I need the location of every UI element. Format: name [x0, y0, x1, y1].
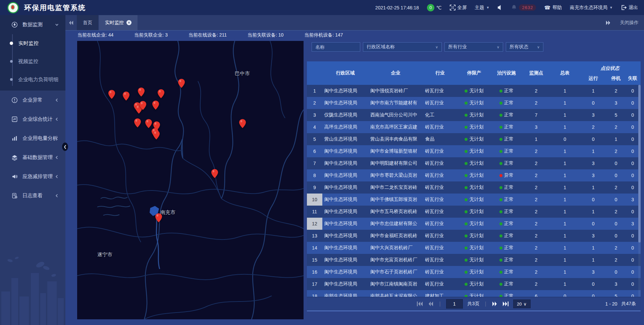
status-filter-select[interactable]: 所有状态 ∨: [506, 42, 543, 52]
table-scrollbar[interactable]: [638, 85, 641, 297]
region-filter-select[interactable]: 行政区域名称 ∨: [363, 42, 442, 52]
table-row[interactable]: 4高坪生态环境局南充市高坪区王家店建砖瓦行业无计划正常31220: [307, 121, 641, 133]
map-city-label: 遂宁市: [97, 252, 112, 258]
sidebar-subitem-0-2[interactable]: 企业电力负荷明细: [0, 70, 65, 89]
table-row[interactable]: 18南部生态环境局南部县砖瓦水泥有限公建材加工无计划正常60050: [307, 290, 641, 297]
map-marker-14[interactable]: [239, 119, 246, 128]
sidebar-item-label: 日志查看: [22, 193, 43, 199]
cell-run-count: 1: [579, 206, 607, 218]
sidebar-item-1[interactable]: 企业异常: [0, 91, 65, 110]
table-row[interactable]: 2阆中生态环境局阆中市南方节能建材有砖瓦行业无计划正常21030: [307, 97, 641, 109]
theme-button[interactable]: 主题 ▼: [475, 5, 490, 11]
map-marker-13[interactable]: [153, 130, 160, 140]
table-row[interactable]: 17阆中生态环境局阆中市江南镇阆南页岩砖瓦行业无计划正常21030: [307, 278, 641, 290]
cell-total-count: 1: [550, 85, 579, 97]
table-row[interactable]: 9阆中生态环境局阆中市二龙长宝页岩砖砖瓦行业无计划正常21120: [307, 181, 641, 194]
map-marker-15[interactable]: [211, 169, 218, 178]
close-operations-button[interactable]: 关闭操作: [620, 20, 639, 26]
name-filter-input[interactable]: [312, 42, 360, 52]
sidebar-item-label: 企业综合统计: [22, 116, 53, 122]
status-dot-icon: [465, 210, 468, 213]
stop-status-text: 无计划: [469, 160, 483, 166]
sidebar-item-2[interactable]: 企业综合统计: [0, 110, 65, 129]
logout-button[interactable]: 退出: [621, 5, 638, 11]
sidebar-item-6[interactable]: 日志查看: [0, 186, 65, 205]
status-dot-icon: [499, 259, 502, 262]
filter-bar: 行政区域名称 ∨ 所有行业 ∨ 所有状态 ∨: [312, 42, 543, 52]
chevron-left-icon: [55, 98, 59, 102]
prev-page-button[interactable]: [428, 302, 434, 306]
table-row[interactable]: 12阆中生态环境局阆中市忠信建材有限公砖瓦行业无计划正常21003: [307, 218, 641, 230]
org-menu[interactable]: 南充市生态环境局 ▼: [570, 5, 613, 11]
map-marker-3[interactable]: [158, 89, 164, 98]
tab-realtime-monitor[interactable]: 实时监控 ✕: [99, 15, 138, 30]
table-row[interactable]: 7阆中生态环境局阆中明阳建材有限公司砖瓦行业无计划正常21300: [307, 157, 641, 169]
double-chevron-right-icon[interactable]: [605, 20, 610, 25]
next-page-button[interactable]: [492, 302, 498, 306]
sidebar-item-3[interactable]: 企业用电量分析: [0, 129, 65, 148]
mute-button[interactable]: [497, 5, 503, 10]
map-marker-8[interactable]: [152, 101, 159, 110]
help-label: 帮助: [552, 5, 562, 11]
table-row[interactable]: 13阆中生态环境局阆中市金福旺页岩机砖砖瓦行业无计划正常21300: [307, 230, 641, 242]
cell-index: 2: [307, 97, 322, 109]
help-button[interactable]: ☎ 帮助: [544, 5, 562, 11]
sidebar-subitem-0-1[interactable]: 视频监控: [0, 52, 65, 70]
notifications-button[interactable]: 2632: [511, 4, 536, 11]
cell-total-count: 1: [550, 109, 579, 121]
fullscreen-button[interactable]: 全屏: [450, 5, 467, 11]
app-logo-icon: [7, 2, 19, 13]
layers-icon: [11, 154, 18, 161]
last-page-button[interactable]: [502, 302, 508, 306]
stat-value: 10: [278, 32, 284, 38]
table-row[interactable]: 15阆中生态环境局阆中市光富页岩机砖厂砖瓦行业无计划正常21120: [307, 254, 641, 266]
status-dot-icon: [499, 186, 502, 189]
cell-monitor-count: 7: [522, 109, 551, 121]
cell-index: 18: [307, 290, 322, 297]
cell-run-count: 3: [579, 169, 607, 181]
map-marker-2[interactable]: [138, 88, 145, 97]
page-size-select[interactable]: 20 ∨: [513, 300, 531, 308]
map-marker-9[interactable]: [134, 118, 141, 127]
table-row[interactable]: 5营山生态环境局营山县润丰肉食品有限食品无计划正常10010: [307, 133, 641, 145]
chevron-left-icon: [55, 194, 59, 198]
total-pages-label: 共3页: [468, 301, 480, 307]
table-row[interactable]: 14阆中生态环境局阆中大兴页岩机砖厂砖瓦行业无计划正常21120: [307, 242, 641, 254]
tab-home[interactable]: 首页: [77, 15, 98, 30]
sidebar-item-label: 数据监测: [22, 21, 43, 28]
map-marker-4[interactable]: [178, 79, 185, 88]
map-marker-0[interactable]: [108, 90, 115, 99]
cell-total-count: 1: [550, 181, 579, 194]
industry-filter-select[interactable]: 所有行业 ∨: [444, 42, 503, 52]
sidebar-subitem-0-0[interactable]: 实时监控: [0, 34, 65, 52]
cell-company: 阆中市石子页岩机砖厂: [368, 266, 423, 278]
stop-status-text: 无计划: [469, 233, 483, 239]
stop-status-text: 无计划: [469, 112, 483, 118]
sidebar-item-0[interactable]: 数据监测: [0, 15, 65, 34]
table-row[interactable]: 16阆中生态环境局阆中市石子页岩机砖厂砖瓦行业无计划正常21300: [307, 266, 641, 278]
sidebar-item-5[interactable]: 应急减排管理: [0, 167, 65, 186]
cell-monitor-count: 2: [522, 97, 551, 109]
map-marker-10[interactable]: [145, 119, 152, 128]
chevron-left-icon: [55, 137, 59, 140]
sidebar-collapse-button[interactable]: ❮: [62, 143, 68, 151]
table-row[interactable]: 11阆中生态环境局阆中市五马桥页岩机砖砖瓦行业无计划正常21120: [307, 206, 641, 218]
status-dot-icon: [465, 186, 468, 189]
table-row[interactable]: 3仪陇生态环境局西南油气田分公司川中化工无计划正常71350: [307, 109, 641, 121]
scrollbar-thumb[interactable]: [638, 85, 641, 242]
table-row[interactable]: 10阆中生态环境局阆中千佛镇五郎垭页岩砖瓦行业无计划正常21003: [307, 194, 641, 206]
cell-industry: 建材加工: [423, 290, 457, 297]
map-marker-1[interactable]: [123, 92, 129, 101]
page-number-input[interactable]: [446, 299, 463, 309]
temperature: 0 ℃: [427, 4, 442, 11]
tab-close-icon[interactable]: ✕: [126, 20, 131, 25]
map-marker-16[interactable]: [155, 213, 162, 222]
sidebar-item-4[interactable]: 基础数据管理: [0, 148, 65, 167]
map-marker-7[interactable]: [140, 101, 146, 110]
table-row[interactable]: 1阆中生态环境局阆中强锐页岩砖厂砖瓦行业无计划正常21120: [307, 85, 641, 97]
map-panel[interactable]: 巴中市南充市遂宁市: [77, 41, 304, 319]
table-row[interactable]: 8阆中生态环境局阆中市枣碧大梁山页岩砖瓦行业无计划异常21300: [307, 169, 641, 181]
first-page-button[interactable]: [417, 302, 423, 306]
tabs-scroll-left-button[interactable]: [65, 15, 77, 30]
table-row[interactable]: 6阆中生态环境局阆中市金博瑞新型墙材砖瓦行业无计划正常21120: [307, 145, 641, 157]
